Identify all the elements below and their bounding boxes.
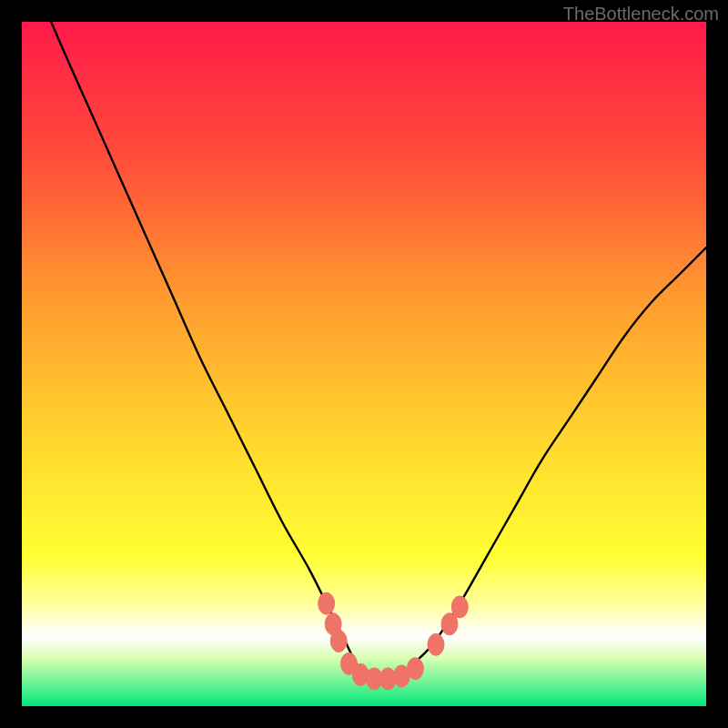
curve-marker <box>428 633 444 655</box>
curve-marker <box>330 631 347 652</box>
curve-marker <box>451 596 468 618</box>
chart-svg <box>22 22 706 706</box>
plot-area <box>22 22 706 706</box>
gradient-background <box>22 22 706 706</box>
curve-marker <box>318 592 335 614</box>
watermark-text: TheBottleneck.com <box>563 4 719 25</box>
chart-frame: TheBottleneck.com <box>0 0 728 728</box>
curve-marker <box>407 658 423 680</box>
